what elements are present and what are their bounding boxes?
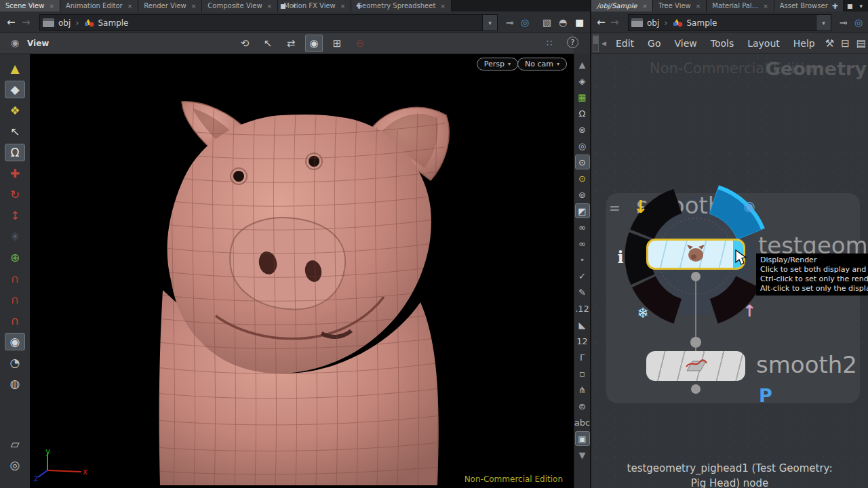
camera-tool-icon[interactable]: ◉ [5,333,25,350]
snap-multi-magnet-icon[interactable]: ∩ [5,270,25,287]
snapshot-icon[interactable]: ▣ [575,431,590,446]
uv-view-icon[interactable]: ▦ [575,89,590,104]
add-tab-button[interactable]: + [830,1,840,11]
tab-obj-sample[interactable]: /obj/Sample × [591,0,653,12]
view-mask-icon[interactable]: ◔ [5,354,25,371]
tab-render-view[interactable]: Render View × [138,0,202,12]
menu-scroll-left-icon[interactable]: ◀ [601,40,606,47]
breadcrumb[interactable]: obj › Sample ▾ [628,14,831,31]
points-display-icon[interactable]: ▫ [575,366,590,381]
menu-help[interactable]: Help [787,38,822,49]
view-camera-icon[interactable]: ◉ [11,37,19,48]
handles-axis-icon[interactable]: ⊕ [5,249,25,266]
nav-back-icon[interactable]: ← [597,16,606,28]
menu-scrollbar[interactable] [593,35,599,52]
tab-close-icon[interactable]: × [340,3,346,9]
tab-close-icon[interactable]: × [440,3,446,9]
pin-icon[interactable]: ⊸ [840,17,848,28]
camera-selector[interactable]: No cam ▾ [517,58,567,70]
prim-normals-icon[interactable]: ◣ [575,317,590,332]
light-tool-icon[interactable]: ◍ [5,375,25,392]
scroll-up-icon[interactable]: ▲ [575,57,590,72]
node-smooth[interactable] [646,239,745,270]
rotate-tool-icon[interactable]: ↻ [5,186,25,203]
edit-mode-icon[interactable]: ❖ [5,102,25,119]
link-editor-icon[interactable]: ∷ [547,38,552,48]
nav-forward-icon[interactable]: → [22,16,31,28]
text-overlay-icon[interactable]: abc [575,415,590,430]
secure-selection-lock-icon[interactable]: Ω [5,144,25,161]
smooth-shaded-icon[interactable]: ◩ [575,203,590,218]
pose-tool-icon[interactable]: ✳ [5,228,25,245]
scroll-down-icon[interactable]: ▼ [575,447,590,462]
orbit-view-icon[interactable]: ⟲ [236,35,254,52]
snap-magnet-icon[interactable]: ∩ [5,312,25,329]
viewport[interactable]: Persp ▾ No cam ▾ y x z Non-Commercial Ed… [30,54,574,488]
select-tool-icon[interactable]: ↖ [5,123,25,140]
menu-edit[interactable]: Edit [609,38,641,49]
follow-focus-icon[interactable]: ◎ [521,17,529,28]
tab-close-icon[interactable]: × [267,3,273,9]
maximize-pane-icon[interactable]: ■ [847,3,853,9]
nav-back-icon[interactable]: ← [7,16,16,28]
tab-scene-view[interactable]: Scene View × [0,0,60,12]
add-tab-button[interactable]: + [350,1,368,11]
pane-menu-icon[interactable]: ▾ [292,3,296,9]
node-label-smooth2[interactable]: smooth2 [756,351,857,378]
tab-close-icon[interactable]: × [696,3,701,9]
render-tool-icon[interactable]: ▱ [5,435,25,453]
follow-focus-icon[interactable]: ◎ [854,17,863,28]
snapshot-frame-icon[interactable]: ■ [575,17,584,28]
breadcrumb-dropdown-icon[interactable]: ▾ [482,15,497,30]
snap-point-magnet-icon[interactable]: ∩ [5,291,25,308]
breadcrumb-sample[interactable]: Sample [98,18,129,28]
tab-animation-editor[interactable]: Animation Editor × [60,0,138,12]
projection-selector[interactable]: Persp ▾ [477,58,518,70]
flipbook-tool-icon[interactable]: ◎ [5,456,25,474]
help-icon[interactable]: ? [567,37,578,48]
stereo-glasses-icon[interactable]: ∞ [575,220,590,235]
network-editor[interactable]: Non-Commercial Edition Geometry smooth t… [591,54,868,488]
inactive-view-icon[interactable]: ⊖ [351,35,369,52]
lights-off-icon[interactable]: ⊗ [575,122,590,137]
menu-view[interactable]: View [667,38,703,49]
profile-curve-icon[interactable]: Γ [575,350,590,365]
nav-forward-icon[interactable]: → [610,16,619,28]
headlight-icon[interactable]: ⊙ [575,171,590,186]
geometry-cube-icon[interactable]: ▧ [542,17,551,28]
shading-mode-icon[interactable]: ◓ [559,17,567,28]
stereo-play-icon[interactable]: ∞ [575,236,590,251]
tab-composite-view[interactable]: Composite View × [202,0,278,12]
tab-tree-view[interactable]: Tree View × [653,0,707,12]
divider-dot-icon[interactable]: • [575,252,590,267]
light-pin-icon[interactable]: ⊚ [575,187,590,202]
scale-tool-icon[interactable]: ↕ [5,207,25,224]
objects-mode-icon[interactable]: ▲ [5,60,25,77]
select-view-icon[interactable]: ↖ [259,35,277,52]
node-smooth2[interactable] [646,351,745,381]
breadcrumb-obj[interactable]: obj [58,18,71,28]
pig-head-model[interactable] [30,54,574,488]
view-tool-icon[interactable]: ◉ [305,35,323,52]
view-lock-icon[interactable]: Ω [575,106,590,121]
tab-close-icon[interactable]: × [127,3,133,9]
normal-lighting-icon[interactable]: ⊙ [575,155,590,169]
pane-menu-icon[interactable]: ▾ [859,3,863,9]
tab-close-icon[interactable]: × [49,3,54,9]
menu-layout[interactable]: Layout [741,38,787,49]
breadcrumb-dropdown-icon[interactable]: ▾ [816,15,831,30]
menu-tools[interactable]: Tools [704,38,741,49]
pin-icon[interactable]: ⊸ [506,17,514,28]
tab-close-icon[interactable]: × [642,3,647,9]
point-numbers-icon[interactable]: .12 [575,301,590,316]
material-sphere-icon[interactable]: ◎ [575,138,590,153]
breadcrumb-sample[interactable]: Sample [687,18,717,28]
tab-close-icon[interactable]: × [191,3,197,9]
network-tree-icon[interactable]: ⊟ [837,37,853,49]
breadcrumb-obj[interactable]: obj [647,18,659,28]
marker-pen-icon[interactable]: ✎ [575,285,590,300]
menu-go[interactable]: Go [641,38,667,49]
tab-close-icon[interactable]: × [763,3,768,9]
zoom-region-icon[interactable]: ⊞ [328,35,346,52]
translate-tool-icon[interactable]: ✚ [5,165,25,182]
